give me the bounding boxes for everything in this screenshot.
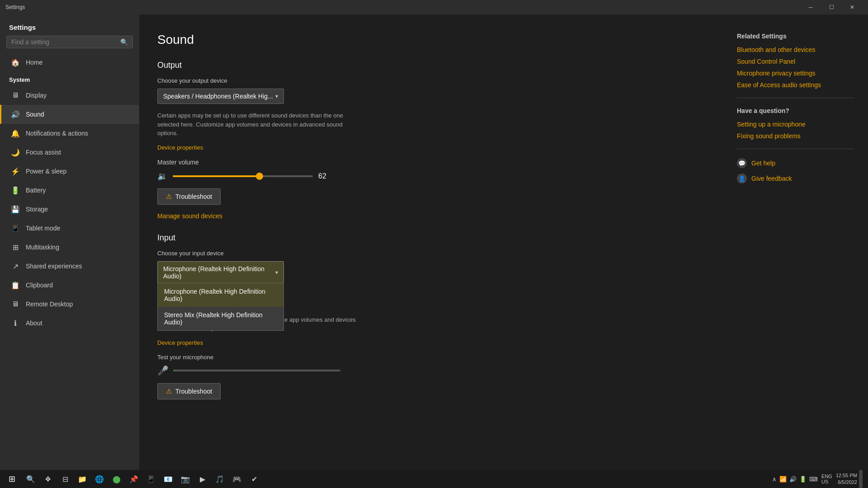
input-option-mic[interactable]: Microphone (Realtek High Definition Audi… [158,283,283,307]
sidebar-item-battery[interactable]: 🔋 Battery [0,181,139,200]
sidebar-item-tablet[interactable]: 📱 Tablet mode [0,219,139,238]
sidebar-display-label: Display [26,92,47,99]
minimize-button[interactable]: ─ [800,0,821,14]
sidebar-item-home[interactable]: 🏠 Home [0,53,139,72]
battery-icon: 🔋 [10,185,20,195]
maximize-button[interactable]: ☐ [821,0,842,14]
mic-row: 🎤 [157,365,701,376]
taskbar-edge-icon[interactable]: 🌐 [91,470,108,488]
sidebar-item-power[interactable]: ⚡ Power & sleep [0,162,139,181]
sidebar-item-sound[interactable]: 🔊 Sound [0,105,139,124]
warn-icon: ⚠ [166,192,172,201]
sidebar-item-notifications[interactable]: 🔔 Notifications & actions [0,124,139,143]
search-input[interactable] [11,38,118,46]
give-feedback-row[interactable]: 👤 Give feedback [737,174,854,183]
input-device-dropdown[interactable]: Microphone (Realtek High Definition Audi… [157,261,284,284]
sidebar-item-clipboard[interactable]: 📋 Clipboard [0,276,139,295]
language-indicator[interactable]: ENG US [820,474,834,484]
output-device-label: Choose your output device [157,77,701,84]
sidebar-clipboard-label: Clipboard [26,282,53,289]
have-question-title: Have a question? [737,107,854,114]
multitasking-icon: ⊞ [10,242,20,252]
get-help-icon: 💬 [737,158,747,168]
taskbar-pin5-icon[interactable]: ▶ [194,470,211,488]
taskbar-chrome-icon[interactable]: ⬤ [108,470,125,488]
mic-level-fill [173,370,175,371]
output-device-value: Speakers / Headphones (Realtek Hig... [163,93,273,100]
sidebar-item-display[interactable]: 🖥 Display [0,86,139,105]
sidebar-item-about[interactable]: ℹ About [0,314,139,333]
fix-sound-link[interactable]: Fixing sound problems [737,132,854,140]
give-feedback-link[interactable]: Give feedback [751,175,792,182]
sidebar-item-focus[interactable]: 🌙 Focus assist [0,143,139,162]
sound-control-link[interactable]: Sound Control Panel [737,58,854,65]
search-box[interactable]: 🔍 [6,36,133,48]
input-troubleshoot-label: Troubleshoot [175,388,212,395]
home-icon: 🏠 [10,57,20,67]
taskbar-pin2-icon[interactable]: 📱 [143,470,159,488]
output-device-properties-link[interactable]: Device properties [157,144,203,151]
sidebar-item-storage[interactable]: 💾 Storage [0,200,139,219]
input-device-value: Microphone (Realtek High Definition Audi… [163,265,275,280]
bluetooth-link[interactable]: Bluetooth and other devices [737,46,854,53]
manage-sound-devices-link[interactable]: Manage sound devices [157,212,222,220]
taskbar-pin4-icon[interactable]: 📷 [177,470,193,488]
mic-privacy-link[interactable]: Microphone privacy settings [737,70,854,77]
about-icon: ℹ [10,318,20,328]
volume-slider[interactable] [173,175,313,177]
start-button[interactable]: ⊞ [2,470,22,488]
app-title: Settings [5,4,800,10]
taskbar-pin7-icon[interactable]: 🎮 [229,470,245,488]
output-troubleshoot-label: Troubleshoot [175,193,212,200]
taskbar-widgets-icon[interactable]: ⊟ [57,470,73,488]
volume-row: 🔉 62 [157,171,701,181]
get-help-row[interactable]: 💬 Get help [737,158,854,168]
separator [737,98,854,98]
output-troubleshoot-button[interactable]: ⚠ Troubleshoot [157,188,221,205]
input-section-title: Input [157,233,701,243]
sidebar-home-label: Home [26,59,42,66]
taskbar-pin8-icon[interactable]: ✔ [246,470,262,488]
tray-sound-icon[interactable]: 🔊 [789,476,797,483]
sidebar-about-label: About [26,319,42,327]
taskbar-task-view-icon[interactable]: ❖ [40,470,56,488]
input-device-popup: Microphone (Realtek High Definition Audi… [157,283,284,331]
remote-icon: 🖥 [10,299,20,309]
input-troubleshoot-button[interactable]: ⚠ Troubleshoot [157,383,221,399]
taskbar: ⊞ 🔍 ❖ ⊟ 📁 🌐 ⬤ 📌 📱 📧 📷 ▶ 🎵 🎮 ✔ ∧ 📶 🔊 🔋 ⌨ … [0,470,868,488]
taskbar-pin1-icon[interactable]: 📌 [126,470,142,488]
warn-icon2: ⚠ [166,387,172,395]
input-option-stereo[interactable]: Stereo Mix (Realtek High Definition Audi… [158,307,283,330]
taskbar-search-icon[interactable]: 🔍 [23,470,39,488]
sidebar-item-shared[interactable]: ↗ Shared experiences [0,257,139,276]
setup-mic-link[interactable]: Setting up a microphone [737,121,854,128]
show-desktop-button[interactable] [859,470,863,488]
input-device-properties-link[interactable]: Device properties [157,339,203,346]
output-device-dropdown[interactable]: Speakers / Headphones (Realtek Hig... ▾ [157,89,284,104]
tray-chevron[interactable]: ∧ [772,476,777,483]
tray-battery-icon[interactable]: 🔋 [799,476,807,483]
sidebar-item-multitasking[interactable]: ⊞ Multitasking [0,238,139,257]
close-button[interactable]: ✕ [842,0,863,14]
sidebar-shared-label: Shared experiences [26,263,82,270]
output-info-text: Certain apps may be set up to use differ… [157,111,356,138]
sidebar-storage-label: Storage [26,206,48,213]
tray-keyboard-icon[interactable]: ⌨ [809,476,818,483]
sidebar-remote-label: Remote Desktop [26,300,73,308]
ease-audio-link[interactable]: Ease of Access audio settings [737,81,854,89]
sidebar-item-remote[interactable]: 🖥 Remote Desktop [0,295,139,314]
taskbar-file-explorer-icon[interactable]: 📁 [74,470,90,488]
input-device-label: Choose your input device [157,250,701,257]
get-help-link[interactable]: Get help [751,160,775,167]
tablet-icon: 📱 [10,223,20,233]
tray-network-icon[interactable]: 📶 [779,476,787,483]
taskbar-pin6-icon[interactable]: 🎵 [212,470,228,488]
sidebar-app-title: Settings [0,14,139,36]
sound-icon: 🔊 [10,109,20,119]
taskbar-pin3-icon[interactable]: 📧 [160,470,176,488]
shared-icon: ↗ [10,261,20,271]
volume-thumb [256,173,263,180]
master-volume-label: Master volume [157,159,701,166]
microphone-icon: 🎤 [157,365,169,376]
clock[interactable]: 12:55 PM 6/5/2022 [836,472,857,486]
